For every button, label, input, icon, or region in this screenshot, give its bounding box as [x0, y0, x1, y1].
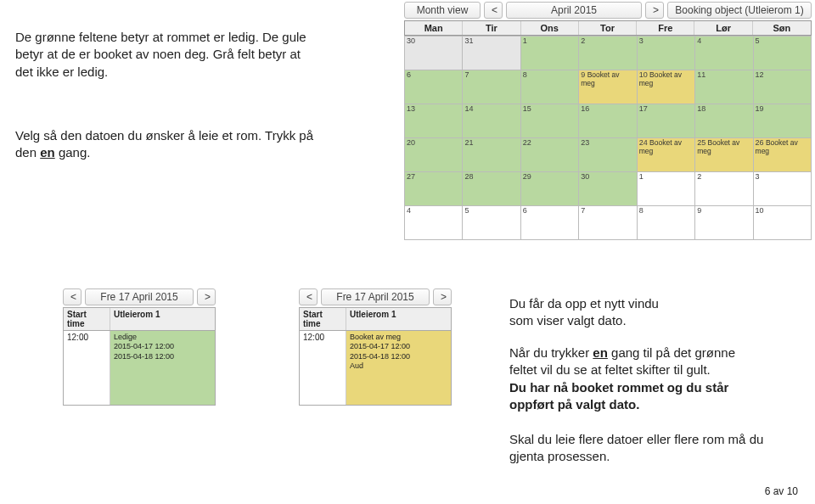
next-button[interactable]: > — [433, 288, 452, 305]
day-number: 3 — [756, 172, 760, 181]
calendar-cell[interactable]: 13 — [405, 104, 463, 138]
weekday-label: Man — [405, 21, 463, 35]
calendar-cell[interactable]: 4 — [695, 36, 753, 70]
day-number: 10 — [639, 70, 648, 79]
calendar-cell[interactable]: 8 — [521, 70, 579, 104]
slot-user: Aud — [350, 361, 447, 371]
day-number: 30 — [581, 172, 589, 181]
slot-status: Ledige — [114, 333, 211, 342]
calendar-cell[interactable]: 16 — [579, 104, 637, 138]
calendar-cell[interactable]: 24 Booket av meg — [638, 138, 695, 172]
slot-booked[interactable]: Booket av meg 2015-04-17 12:00 2015-04-1… — [346, 331, 451, 405]
day-number: 9 — [697, 206, 701, 215]
instruction-4: Når du trykker en gang til på det grønne… — [509, 344, 790, 413]
text-bold: Du har nå booket rommet og du står — [509, 380, 728, 395]
prev-button[interactable]: < — [299, 288, 318, 305]
text: som viser valgt dato. — [509, 313, 627, 328]
booking-object-select[interactable]: Booking object (Utleierom 1) — [667, 2, 812, 19]
calendar-cell[interactable]: 11 — [695, 70, 753, 104]
day-number: 14 — [464, 104, 473, 113]
calendar-grid: 3031123456789 Booket av meg10 Booket av … — [404, 36, 812, 240]
slot-start: 2015-04-17 12:00 — [350, 342, 447, 351]
calendar-cell[interactable]: 20 — [405, 138, 463, 172]
calendar-cell[interactable]: 15 — [521, 104, 579, 138]
day-number: 16 — [581, 104, 589, 113]
calendar-cell[interactable]: 14 — [463, 104, 520, 138]
calendar-cell[interactable]: 25 Booket av meg — [695, 138, 753, 172]
calendar-cell[interactable]: 7 — [463, 70, 520, 104]
calendar-cell[interactable]: 23 — [579, 138, 637, 172]
calendar-month-view: Month view < April 2015 > Booking object… — [404, 2, 812, 240]
day-number: 10 — [756, 206, 764, 215]
day-columns-header: Start time Utleierom 1 — [299, 307, 452, 331]
text: det ikke er ledig. — [15, 64, 108, 79]
month-label[interactable]: April 2015 — [506, 2, 642, 19]
calendar-cell[interactable]: 10 Booket av meg — [638, 70, 695, 104]
day-number: 8 — [639, 206, 644, 215]
calendar-cell[interactable]: 2 — [579, 36, 637, 70]
slot-end: 2015-04-18 12:00 — [350, 352, 447, 361]
weekday-label: Lør — [694, 21, 752, 35]
instruction-1: De grønne feltene betyr at rommet er led… — [15, 29, 321, 81]
month-view-button[interactable]: Month view — [404, 2, 481, 19]
col-start-time: Start time — [300, 308, 346, 330]
weekday-label: Ons — [521, 21, 579, 35]
day-body: 12:00 Ledige 2015-04-17 12:00 2015-04-18… — [63, 331, 216, 406]
calendar-cell[interactable]: 1 — [521, 36, 579, 70]
day-number: 29 — [523, 172, 531, 181]
text: De grønne feltene betyr at rommet er led… — [15, 30, 306, 44]
day-number: 1 — [639, 172, 644, 181]
calendar-cell: 6 — [521, 206, 579, 240]
calendar-toolbar: Month view < April 2015 > Booking object… — [404, 2, 812, 19]
instruction-2: Velg så den datoen du ønsker å leie et r… — [15, 127, 321, 162]
day-number: 25 — [697, 138, 705, 147]
day-toolbar: < Fre 17 April 2015 > — [63, 288, 216, 305]
instruction-3: Du får da opp et nytt vindu som viser va… — [509, 295, 790, 330]
calendar-cell[interactable]: 26 Booket av meg — [754, 138, 812, 172]
calendar-cell[interactable]: 29 — [521, 172, 579, 206]
day-number: 30 — [407, 36, 415, 45]
calendar-cell[interactable]: 5 — [754, 36, 812, 70]
day-number: 26 — [756, 138, 764, 147]
day-number: 7 — [464, 70, 469, 79]
prev-button[interactable]: < — [63, 288, 82, 305]
calendar-cell[interactable]: 18 — [695, 104, 753, 138]
calendar-cell[interactable]: 30 — [579, 172, 637, 206]
time-cell: 12:00 — [64, 331, 110, 405]
calendar-cell: 1 — [638, 172, 695, 206]
next-button[interactable]: > — [645, 2, 664, 19]
calendar-cell[interactable]: 21 — [463, 138, 520, 172]
calendar-cell[interactable]: 27 — [405, 172, 463, 206]
calendar-cell: 30 — [405, 36, 463, 70]
weekday-label: Søn — [753, 21, 811, 35]
calendar-cell[interactable]: 12 — [754, 70, 812, 104]
calendar-weekday-header: ManTirOnsTorFreLørSøn — [404, 20, 812, 36]
weekday-label: Fre — [637, 21, 694, 35]
day-toolbar: < Fre 17 April 2015 > — [299, 288, 452, 305]
slot-status: Booket av meg — [350, 333, 447, 342]
day-number: 6 — [407, 70, 411, 79]
calendar-cell[interactable]: 9 Booket av meg — [579, 70, 637, 104]
text: Skal du leie flere datoer eller flere ro… — [509, 432, 763, 446]
day-date-label[interactable]: Fre 17 April 2015 — [321, 288, 430, 305]
calendar-cell[interactable]: 6 — [405, 70, 463, 104]
text: Når du trykker — [509, 345, 593, 360]
calendar-cell: 3 — [754, 172, 812, 206]
day-number: 31 — [464, 36, 473, 45]
calendar-cell[interactable]: 22 — [521, 138, 579, 172]
slot-available[interactable]: Ledige 2015-04-17 12:00 2015-04-18 12:00 — [110, 331, 215, 405]
text: gang til på det grønne — [608, 345, 735, 360]
prev-button[interactable]: < — [484, 2, 503, 19]
text: Du får da opp et nytt vindu — [509, 296, 659, 311]
day-number: 7 — [581, 206, 585, 215]
calendar-cell[interactable]: 3 — [638, 36, 695, 70]
calendar-cell[interactable]: 17 — [638, 104, 695, 138]
day-number: 11 — [697, 70, 705, 79]
day-number: 4 — [697, 36, 701, 45]
next-button[interactable]: > — [197, 288, 216, 305]
calendar-cell[interactable]: 19 — [754, 104, 812, 138]
day-number: 2 — [697, 172, 701, 181]
day-date-label[interactable]: Fre 17 April 2015 — [85, 288, 194, 305]
calendar-cell: 10 — [754, 206, 812, 240]
calendar-cell[interactable]: 28 — [463, 172, 520, 206]
